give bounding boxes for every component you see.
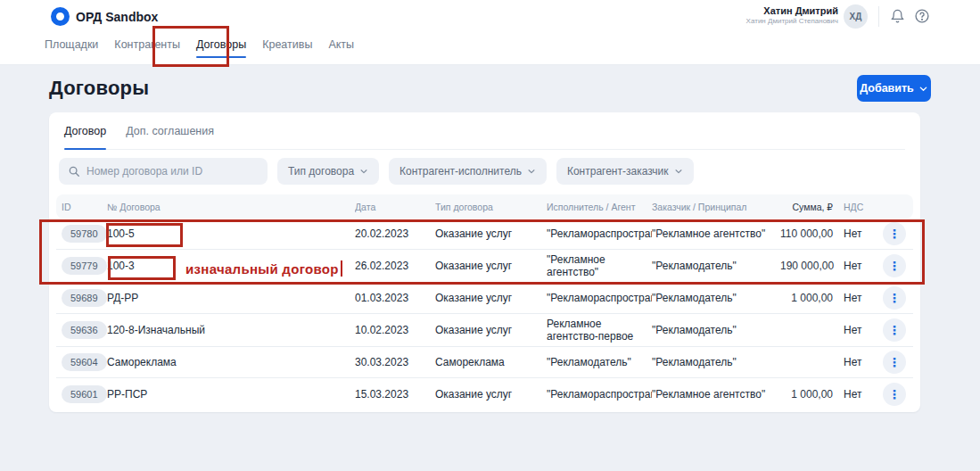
cell-actions: ⋮ bbox=[883, 383, 913, 406]
cell-contract-number: Самореклама bbox=[107, 356, 355, 368]
cell-actions: ⋮ bbox=[883, 351, 913, 374]
cell-customer: "Рекламное агентство" bbox=[652, 227, 780, 240]
filter-contractor-executor-label: Контрагент-исполнитель bbox=[399, 165, 522, 178]
filter-contractor-executor[interactable]: Контрагент-исполнитель bbox=[389, 158, 547, 185]
page-title: Договоры bbox=[49, 77, 149, 100]
col-header-customer: Заказчик / Принципал bbox=[652, 201, 780, 213]
table-row[interactable]: 59780 100-5 20.02.2023 Оказание услуг "Р… bbox=[56, 219, 913, 250]
cell-executor: "Рекламораспространитель" bbox=[547, 292, 652, 304]
search-icon bbox=[68, 165, 80, 178]
cell-actions: ⋮ bbox=[883, 318, 913, 342]
cell-id: 59779 bbox=[56, 257, 107, 275]
table-row[interactable]: 59604 Самореклама 30.03.2023 Самореклама… bbox=[56, 347, 913, 378]
col-header-id: ID bbox=[56, 201, 107, 213]
cell-contract-number: РР-ПСР bbox=[107, 388, 355, 401]
cell-executor: "Рекламораспространитель" bbox=[547, 388, 652, 401]
tab-dop-soglasheniya[interactable]: Доп. соглашения bbox=[126, 125, 214, 149]
row-menu-button[interactable]: ⋮ bbox=[883, 351, 906, 374]
contracts-table: ID № Договора Дата Тип договора Исполнит… bbox=[56, 194, 913, 409]
col-header-executor: Исполнитель / Агент bbox=[547, 201, 652, 213]
table-header-row: ID № Договора Дата Тип договора Исполнит… bbox=[56, 194, 913, 219]
cell-contract-number: РД-РР bbox=[107, 292, 355, 304]
cell-sum: 1 000,00 bbox=[780, 388, 836, 401]
brand: ОРД Sandbox bbox=[51, 7, 158, 26]
nav-item-dogovory[interactable]: Договоры bbox=[196, 38, 246, 60]
cell-id: 59689 bbox=[56, 289, 107, 307]
cell-sum: 190 000,00 bbox=[780, 260, 836, 272]
cell-vat: Нет bbox=[836, 227, 883, 240]
cell-contract-type: Оказание услуг bbox=[435, 227, 547, 240]
cell-contract-type: Оказание услуг bbox=[435, 260, 547, 272]
nav-item-kontragenty[interactable]: Контрагенты bbox=[114, 38, 180, 60]
cell-vat: Нет bbox=[836, 356, 883, 368]
cell-executor: "Рекламораспространитель" bbox=[547, 227, 652, 240]
filter-contractor-customer-label: Контрагент-заказчик bbox=[567, 165, 669, 178]
cell-actions: ⋮ bbox=[883, 222, 913, 245]
avatar[interactable]: ХД bbox=[844, 4, 868, 29]
row-menu-button[interactable]: ⋮ bbox=[883, 222, 906, 245]
cell-sum: 1 000,00 bbox=[780, 292, 836, 304]
cell-id: 59604 bbox=[56, 353, 107, 371]
cell-vat: Нет bbox=[836, 324, 883, 336]
filter-contract-type[interactable]: Тип договора bbox=[277, 158, 379, 185]
row-menu-button[interactable]: ⋮ bbox=[883, 383, 906, 406]
table-body: 59780 100-5 20.02.2023 Оказание услуг "Р… bbox=[56, 219, 913, 409]
search-box[interactable] bbox=[59, 158, 268, 185]
notifications-bell-icon[interactable] bbox=[887, 6, 907, 26]
add-button-label: Добавить bbox=[860, 82, 914, 95]
cell-actions: ⋮ bbox=[883, 254, 913, 277]
id-badge: 59779 bbox=[62, 257, 107, 275]
nav-item-akty[interactable]: Акты bbox=[328, 38, 354, 60]
col-header-vat: НДС bbox=[836, 201, 883, 213]
search-input[interactable] bbox=[86, 165, 259, 178]
cell-customer: "Рекламодатель" bbox=[652, 292, 780, 304]
cell-contract-number: 120-8-Изначальный bbox=[107, 324, 355, 336]
contracts-card: Договор Доп. соглашения Тип договора Кон… bbox=[49, 112, 920, 412]
cell-customer: "Рекламное агентство" bbox=[652, 388, 780, 401]
add-button[interactable]: Добавить bbox=[857, 75, 931, 102]
cell-executor: "Рекламодатель" bbox=[547, 356, 652, 368]
cell-customer: "Рекламодатель" bbox=[652, 260, 780, 272]
table-row[interactable]: 59636 120-8-Изначальный 10.02.2023 Оказа… bbox=[56, 314, 913, 347]
filter-contract-type-label: Тип договора bbox=[288, 165, 354, 178]
cell-contract-type: Оказание услуг bbox=[435, 292, 547, 304]
row-menu-button[interactable]: ⋮ bbox=[883, 254, 906, 277]
col-header-type: Тип договора bbox=[435, 201, 547, 213]
cell-contract-type: Самореклама bbox=[435, 356, 547, 368]
chevron-down-icon bbox=[918, 84, 928, 94]
header-divider bbox=[878, 6, 879, 27]
filter-contractor-customer[interactable]: Контрагент-заказчик bbox=[556, 158, 694, 185]
cell-contract-type: Оказание услуг bbox=[435, 388, 547, 401]
id-badge: 59604 bbox=[62, 353, 107, 371]
chevron-down-icon bbox=[527, 167, 536, 176]
cell-id: 59601 bbox=[56, 385, 107, 403]
nav-item-kreativy[interactable]: Креативы bbox=[262, 38, 312, 60]
cell-customer: "Рекламодатель" bbox=[652, 324, 780, 336]
cell-id: 59636 bbox=[56, 321, 107, 339]
nav-item-ploshchadki[interactable]: Площадки bbox=[45, 38, 98, 60]
table-row[interactable]: 59779 100-3 26.02.2023 Оказание услуг "Р… bbox=[56, 250, 913, 283]
cell-contract-number: 100-5 bbox=[107, 227, 355, 240]
cell-vat: Нет bbox=[836, 260, 883, 272]
user-block[interactable]: Хатин Дмитрий Хатин Дмитрий Степанович bbox=[746, 5, 838, 26]
table-row[interactable]: 59601 РР-ПСР 15.03.2023 Оказание услуг "… bbox=[56, 378, 913, 409]
app-logo-icon bbox=[51, 7, 70, 26]
tab-dogovor[interactable]: Договор bbox=[64, 125, 106, 149]
cell-vat: Нет bbox=[836, 388, 883, 401]
id-badge: 59601 bbox=[62, 385, 107, 403]
id-badge: 59636 bbox=[62, 321, 107, 339]
id-badge: 59780 bbox=[62, 225, 107, 243]
help-icon[interactable] bbox=[912, 6, 932, 26]
col-header-date: Дата bbox=[355, 201, 435, 213]
cell-vat: Нет bbox=[836, 292, 883, 304]
cell-actions: ⋮ bbox=[883, 286, 913, 310]
user-name: Хатин Дмитрий bbox=[746, 5, 838, 17]
row-menu-button[interactable]: ⋮ bbox=[883, 286, 906, 310]
cell-sum: 110 000,00 bbox=[780, 227, 836, 240]
table-row[interactable]: 59689 РД-РР 01.03.2023 Оказание услуг "Р… bbox=[56, 283, 913, 314]
row-menu-button[interactable]: ⋮ bbox=[883, 318, 906, 342]
user-full-name: Хатин Дмитрий Степанович bbox=[746, 17, 838, 26]
top-header: ОРД Sandbox Хатин Дмитрий Хатин Дмитрий … bbox=[0, 0, 980, 65]
cell-date: 15.03.2023 bbox=[355, 388, 435, 401]
app-title: ОРД Sandbox bbox=[76, 10, 158, 24]
